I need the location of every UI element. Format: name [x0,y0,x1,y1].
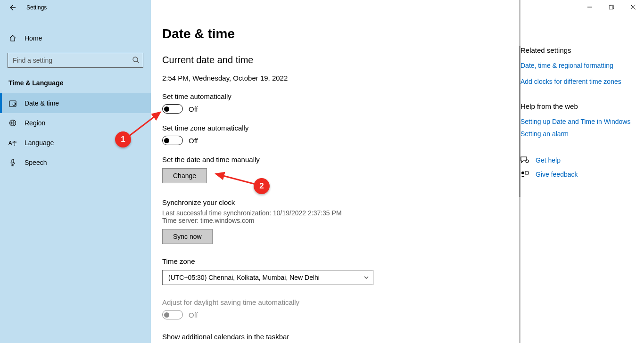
right-panel: Related settings Date, time & regional f… [519,0,644,343]
globe-icon [8,119,17,127]
timezone-dropdown[interactable]: (UTC+05:30) Chennai, Kolkata, Mumbai, Ne… [162,270,373,285]
maximize-icon [609,5,614,9]
sync-heading: Synchronize your clock [162,198,508,206]
sync-now-button[interactable]: Sync now [162,229,213,244]
sidebar-item-region[interactable]: Region [0,113,151,133]
sidebar-item-label: Speech [25,159,47,166]
chevron-down-icon [363,275,369,280]
language-icon: A字 [8,139,17,147]
related-settings-heading: Related settings [520,46,635,54]
search-input[interactable] [8,53,143,68]
current-datetime-value: 2:54 PM, Wednesday, October 19, 2022 [162,74,508,82]
sidebar-item-label: Language [25,139,54,147]
set-tz-auto-toggle[interactable] [162,136,183,145]
svg-point-8 [521,172,524,174]
set-time-auto-label: Set time automatically [162,92,508,100]
svg-point-0 [133,57,138,62]
minimize-icon [587,5,592,9]
sidebar-item-home[interactable]: Home [0,29,151,47]
arrow-left-icon [8,4,16,11]
link-regional-formatting[interactable]: Date, time & regional formatting [520,62,635,69]
link-help-date-time[interactable]: Setting up Date and Time in Windows [520,118,635,125]
svg-text:字: 字 [12,141,17,146]
set-tz-auto-state: Off [189,137,198,145]
get-help-link: Get help [536,156,561,164]
close-icon [631,5,636,9]
sync-last: Last successful time synchronization: 10… [162,209,508,217]
link-help-alarm[interactable]: Setting an alarm [520,130,635,138]
give-feedback-row[interactable]: Give feedback [520,171,635,178]
svg-rect-9 [525,172,528,174]
dst-toggle [162,310,183,319]
back-button[interactable] [8,4,16,11]
clock-icon [8,99,17,107]
help-heading: Help from the web [520,102,635,110]
chat-icon [520,156,529,164]
set-time-auto-state: Off [189,105,198,113]
microphone-icon [8,158,17,167]
sidebar-item-speech[interactable]: Speech [0,153,151,172]
dst-label: Adjust for daylight saving time automati… [162,298,508,306]
page-title: Date & time [162,26,508,41]
set-tz-auto-label: Set time zone automatically [162,124,508,132]
sidebar-item-date-time[interactable]: Date & time [0,93,151,113]
svg-rect-6 [12,159,14,163]
timezone-label: Time zone [162,257,508,265]
set-time-auto-toggle[interactable] [162,104,183,114]
sync-server: Time server: time.windows.com [162,217,508,224]
minimize-button[interactable] [579,0,601,14]
give-feedback-link: Give feedback [536,171,578,178]
maximize-button[interactable] [601,0,622,14]
home-icon [8,34,17,42]
home-label: Home [25,34,42,42]
dst-state: Off [189,311,198,319]
sidebar-item-language[interactable]: A字 Language [0,133,151,153]
app-title: Settings [26,4,47,11]
close-button[interactable] [622,0,644,14]
svg-point-7 [526,160,528,163]
feedback-icon [520,171,529,178]
sidebar-item-label: Date & time [25,99,59,107]
link-add-clocks[interactable]: Add clocks for different time zones [520,78,635,85]
set-manual-label: Set the date and time manually [162,155,508,163]
current-datetime-heading: Current date and time [162,55,508,65]
search-icon [132,56,140,64]
change-button[interactable]: Change [162,168,207,183]
extra-cal-label: Show additional calendars in the taskbar [162,333,508,341]
get-help-row[interactable]: Get help [520,156,635,164]
window-controls [579,0,644,14]
svg-text:A: A [8,140,12,146]
sidebar-group-header: Time & Language [0,68,151,93]
main-content: Date & time Current date and time 2:54 P… [151,0,519,343]
sidebar-item-label: Region [25,119,45,127]
svg-rect-10 [609,6,613,9]
timezone-value: (UTC+05:30) Chennai, Kolkata, Mumbai, Ne… [168,274,320,281]
sidebar: Settings Home Time & Language Date & tim… [0,0,151,343]
